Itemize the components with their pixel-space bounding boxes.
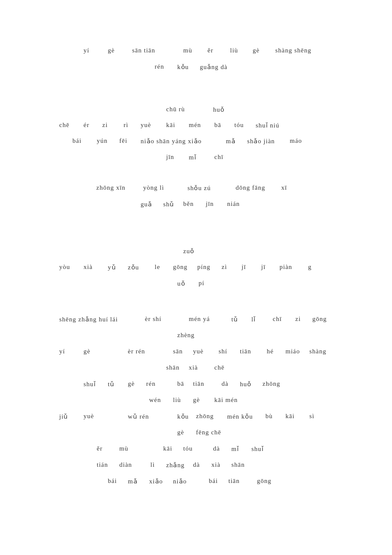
word-l25-1: liù — [173, 396, 181, 404]
word-l6-9: shuǐ niú — [256, 121, 280, 129]
text-line-l22: yígèèr rénsānyuèshítiānhémiáoshàng — [0, 348, 392, 363]
word-l2-1: kǒu — [177, 63, 189, 71]
word-l30-0: bái — [108, 477, 117, 485]
word-l30-4: bái — [209, 477, 218, 485]
word-l16-0: yòu — [59, 263, 70, 271]
word-l21-0: zhèng — [177, 332, 195, 339]
word-l1-3: mù — [183, 47, 192, 54]
word-l23-0: shān — [166, 364, 180, 371]
word-l20-1: èr shí — [145, 315, 161, 323]
word-l11-2: běn — [183, 200, 194, 208]
text-line-l18_blank — [0, 295, 392, 310]
word-l10-3: dōng fāng — [236, 184, 265, 191]
word-l6-3: rì — [124, 121, 128, 129]
text-line-l8: jīnmǐchī — [0, 153, 392, 169]
word-l6-6: mén — [189, 121, 201, 129]
text-line-l5: chū rùhuǒ — [0, 106, 392, 121]
text-line-l29: tiándiànlìzhǎngdàxiàshān — [0, 461, 392, 477]
text-line-l25: wénliùgèkāi mén — [0, 396, 392, 412]
text-line-l1: yígèsān tiānmùěrliùgèshàng shēng — [0, 47, 392, 62]
word-l28-3: tóu — [183, 445, 193, 452]
word-l16-1: xià — [84, 263, 92, 271]
text-line-l12_blank — [0, 216, 392, 231]
word-l26-2: wǔ rén — [128, 413, 149, 420]
word-l25-3: kāi mén — [214, 396, 238, 404]
word-l24-0: shuǐ — [84, 380, 96, 388]
word-l8-0: jīn — [166, 153, 174, 161]
word-l10-1: yòng lì — [143, 184, 164, 191]
word-l29-5: xià — [211, 461, 220, 468]
word-l8-1: mǐ — [189, 153, 196, 161]
word-l10-4: xī — [281, 184, 287, 191]
word-l16-9: jī — [261, 263, 265, 271]
word-l1-2: sān tiān — [132, 47, 155, 54]
word-l24-2: gè — [128, 380, 135, 387]
text-line-l23: shānxiàchē — [0, 364, 392, 379]
word-l16-4: le — [155, 263, 160, 271]
word-l22-9: shàng — [309, 348, 326, 355]
word-l2-0: rén — [155, 63, 164, 70]
word-l24-5: tiān — [193, 380, 205, 387]
word-l5-0: chū rù — [166, 106, 185, 113]
word-l17-0: uǒ — [177, 280, 185, 287]
word-l24-7: huǒ — [240, 380, 251, 388]
word-l16-3: zǒu — [128, 263, 139, 271]
word-l28-2: kāi — [163, 445, 172, 452]
word-l11-1: shǔ — [163, 200, 174, 208]
word-l7-3: niǎo shān yáng xiǎo — [141, 137, 202, 145]
word-l24-4: bā — [177, 380, 184, 387]
word-l25-2: gè — [193, 396, 200, 404]
word-l6-0: chē — [59, 121, 69, 129]
word-l6-7: bā — [214, 121, 221, 129]
text-line-l30: báimǎxiǎoniǎobáitiāngōng — [0, 477, 392, 493]
word-l11-0: guǎ — [141, 200, 152, 208]
word-l29-1: diàn — [119, 461, 132, 468]
word-l1-5: liù — [230, 47, 238, 54]
word-l29-6: shān — [231, 461, 245, 468]
word-l28-0: ěr — [97, 445, 103, 452]
word-l22-7: hé — [267, 348, 274, 355]
word-l7-6: máo — [290, 137, 302, 145]
word-l16-5: gōng — [173, 263, 187, 271]
word-l27-0: gè — [177, 429, 184, 436]
text-line-l11: guǎshǔběnjīnnián — [0, 200, 392, 216]
text-line-l13_blank — [0, 231, 392, 247]
word-l6-2: zi — [102, 121, 108, 129]
word-l24-8: zhōng — [262, 380, 280, 387]
word-l22-1: gè — [84, 348, 90, 355]
text-line-l24: shuǐtǔgèrénbātiāndàhuǒzhōng — [0, 380, 392, 396]
word-l29-3: zhǎng — [166, 461, 184, 469]
word-l23-2: chē — [214, 364, 225, 371]
word-l16-7: zì — [222, 263, 227, 271]
word-l24-1: tǔ — [108, 380, 115, 388]
word-l20-2: mén yá — [189, 315, 210, 323]
word-l29-4: dà — [193, 461, 200, 468]
word-l28-6: shuǐ — [251, 445, 264, 453]
word-l2-2: guǎng dà — [200, 63, 228, 71]
text-line-l2: rénkǒuguǎng dà — [0, 63, 392, 78]
word-l26-8: sì — [309, 413, 314, 420]
text-line-l16: yòuxiàyǔzǒulegōngpíngzìjījīpiàng — [0, 263, 392, 279]
text-line-l27: gèfēng chē — [0, 429, 392, 444]
text-line-l28: ěrmùkāitóudàmǐshuǐ — [0, 445, 392, 460]
word-l20-3: tǔ — [231, 315, 238, 323]
text-line-l26: jiǔyuèwǔ rénkǒuzhōngmén kǒubùkāisì — [0, 413, 392, 428]
word-l26-6: bù — [265, 413, 273, 420]
word-l1-0: yí — [84, 47, 89, 54]
word-l28-4: dà — [213, 445, 220, 452]
word-l25-0: wén — [149, 396, 161, 404]
word-l20-7: gōng — [312, 315, 327, 323]
word-l30-6: gōng — [257, 477, 271, 485]
word-l22-8: miáo — [285, 348, 300, 355]
word-l30-1: mǎ — [128, 477, 138, 485]
word-l24-3: rén — [146, 380, 156, 387]
word-l29-2: lì — [150, 461, 155, 468]
word-l7-5: shǎo jiàn — [247, 137, 275, 145]
word-l28-5: mǐ — [231, 445, 239, 453]
word-l28-1: mù — [119, 445, 128, 452]
word-l20-6: zi — [295, 315, 301, 323]
text-line-l21: zhèng — [0, 332, 392, 347]
word-l22-5: shí — [219, 348, 228, 355]
word-l26-4: zhōng — [196, 413, 214, 420]
word-l10-0: zhōng xīn — [96, 184, 126, 191]
